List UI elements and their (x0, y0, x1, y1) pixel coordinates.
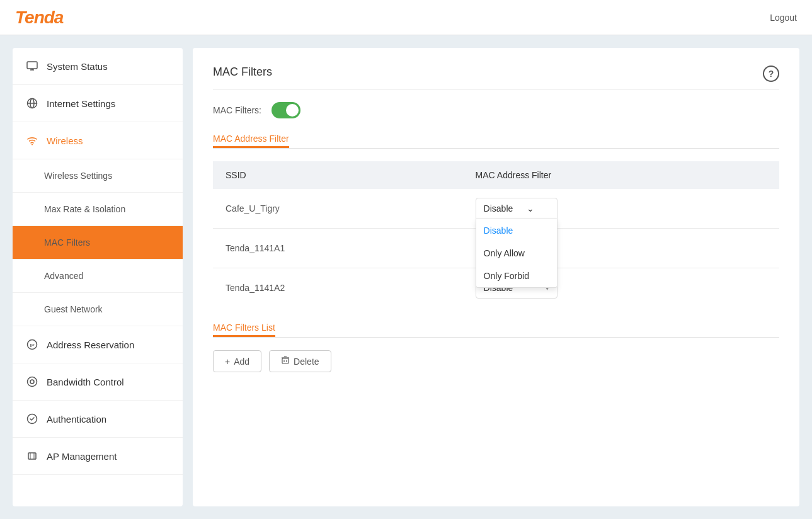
svg-point-10 (30, 380, 34, 384)
dropdown-menu-1: Disable Only Allow Only Forbid (476, 219, 558, 288)
wifi-icon (25, 134, 39, 147)
toggle-row: MAC Filters: (213, 102, 779, 118)
sidebar: System Status Internet Settings (13, 48, 183, 506)
tab1-divider (213, 148, 779, 149)
delete-label: Delete (294, 356, 319, 367)
sidebar-item-authentication[interactable]: Authentication (13, 401, 183, 438)
add-label: Add (234, 356, 249, 367)
sidebar-label-system-status: System Status (47, 61, 108, 72)
col-ssid: SSID (213, 161, 463, 189)
sidebar-item-advanced[interactable]: Advanced (13, 260, 183, 293)
auth-icon (25, 412, 39, 426)
table-header-row: SSID MAC Address Filter (213, 161, 779, 189)
sidebar-item-system-status[interactable]: System Status (13, 48, 183, 85)
svg-rect-12 (28, 453, 36, 459)
sidebar-item-guest-network[interactable]: Guest Network (13, 293, 183, 326)
main-content: ? MAC Filters MAC Filters: MAC Address F… (193, 48, 799, 506)
plus-icon: + (225, 356, 230, 367)
chevron-up-icon: ⌄ (527, 203, 534, 214)
bandwidth-icon (25, 375, 39, 389)
sidebar-label-mac-filters: MAC Filters (44, 237, 90, 248)
table-row: Cafe_U_Tigry Disable ⌄ Disable Only Allo… (213, 189, 779, 229)
sidebar-label-wireless: Wireless (47, 135, 83, 146)
ap-icon (25, 449, 39, 463)
sidebar-label-ap-management: AP Management (47, 451, 117, 462)
sidebar-item-ap-management[interactable]: AP Management (13, 438, 183, 475)
sidebar-item-bandwidth-control[interactable]: Bandwidth Control (13, 363, 183, 401)
help-icon[interactable]: ? (763, 66, 779, 82)
ssid-cell-1: Cafe_U_Tigry (213, 189, 463, 229)
sidebar-item-max-rate-isolation[interactable]: Max Rate & Isolation (13, 193, 183, 226)
globe-icon (25, 96, 39, 110)
page-title: MAC Filters (213, 66, 779, 79)
svg-point-9 (28, 377, 37, 387)
sidebar-label-address-reservation: Address Reservation (47, 339, 134, 350)
sidebar-label-advanced: Advanced (44, 271, 83, 281)
ssid-cell-2: Tenda_1141A1 (213, 229, 463, 268)
dropdown-open-wrapper: Disable ⌄ Disable Only Allow Only Forbid (476, 198, 767, 219)
tab-mac-filters-list[interactable]: MAC Filters List (213, 322, 275, 337)
svg-rect-0 (27, 62, 37, 69)
dropdown-option-only-allow[interactable]: Only Allow (476, 242, 557, 265)
sidebar-label-guest-network: Guest Network (44, 304, 103, 314)
sidebar-item-wireless[interactable]: Wireless (13, 122, 183, 159)
sidebar-item-mac-filters[interactable]: MAC Filters (13, 226, 183, 260)
sidebar-label-authentication: Authentication (47, 414, 106, 425)
sidebar-item-wireless-settings[interactable]: Wireless Settings (13, 159, 183, 193)
dropdown-selected-value-1: Disable (484, 203, 513, 214)
dropdown-trigger-1[interactable]: Disable ⌄ (476, 198, 558, 219)
ip-icon: IP (25, 338, 39, 351)
monitor-icon (25, 59, 39, 73)
dropdown-option-disable[interactable]: Disable (476, 219, 557, 242)
tab-mac-address-filter[interactable]: MAC Address Filter (213, 134, 289, 148)
sidebar-label-internet-settings: Internet Settings (47, 98, 115, 109)
ssid-cell-3: Tenda_1141A2 (213, 268, 463, 308)
sidebar-label-bandwidth-control: Bandwidth Control (47, 377, 124, 387)
toggle-slider (272, 102, 300, 118)
title-divider (213, 89, 779, 89)
trash-icon (281, 356, 290, 367)
mac-address-filter-table: SSID MAC Address Filter Cafe_U_Tigry Dis… (213, 161, 779, 307)
button-row: + Add Delete (213, 350, 779, 372)
sidebar-item-internet-settings[interactable]: Internet Settings (13, 85, 183, 122)
logo: Tenda (15, 8, 63, 28)
dropdown-option-only-forbid[interactable]: Only Forbid (476, 265, 557, 287)
header: Tenda Logout (0, 0, 812, 35)
logout-button[interactable]: Logout (770, 13, 797, 23)
add-button[interactable]: + Add (213, 350, 261, 372)
svg-text:IP: IP (30, 343, 35, 348)
svg-point-6 (31, 144, 33, 145)
svg-rect-15 (282, 358, 289, 363)
tab2-divider (213, 337, 779, 338)
sidebar-label-max-rate-isolation: Max Rate & Isolation (44, 204, 125, 214)
sidebar-label-wireless-settings: Wireless Settings (44, 171, 112, 181)
filter-cell-1: Disable ⌄ Disable Only Allow Only Forbid (463, 189, 779, 229)
col-mac-filter: MAC Address Filter (463, 161, 779, 189)
mac-filters-toggle-label: MAC Filters: (213, 105, 261, 115)
delete-button[interactable]: Delete (269, 350, 331, 372)
layout: System Status Internet Settings (0, 35, 812, 519)
mac-filters-toggle[interactable] (272, 102, 300, 118)
sidebar-item-address-reservation[interactable]: IP Address Reservation (13, 326, 183, 363)
